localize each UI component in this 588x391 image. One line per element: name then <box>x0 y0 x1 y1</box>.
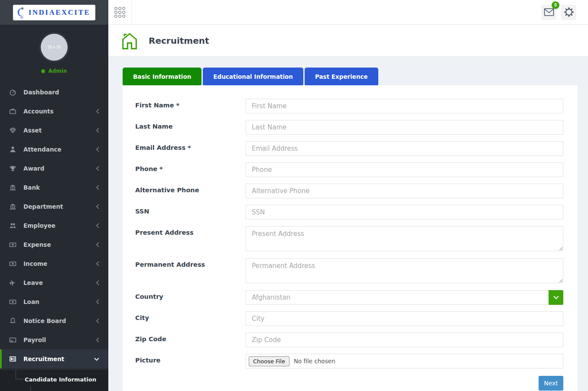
present-address-field[interactable] <box>246 226 563 251</box>
sidebar-item-label: Award <box>23 165 44 172</box>
form-row: Zip Code <box>135 333 563 347</box>
country-select[interactable]: Afghanistan <box>246 290 563 305</box>
main-area: Recruitment Basic InformationEducational… <box>108 25 588 391</box>
sidebar-item-loan[interactable]: Loan <box>0 292 108 311</box>
sidebar-item-label: Notice Board <box>23 317 66 324</box>
chevron-left-icon <box>96 337 100 343</box>
sidebar-item-department[interactable]: Department <box>0 197 108 216</box>
form-panel: First Name *Last NameEmail Address *Phon… <box>123 85 578 391</box>
sidebar-item-label: Asset <box>23 127 42 134</box>
field-label: Phone * <box>135 162 246 177</box>
chevron-left-icon <box>96 108 100 114</box>
app-grid-toggle[interactable] <box>108 0 132 24</box>
messages-button[interactable]: 0 <box>541 5 556 20</box>
tab-educational-information[interactable]: Educational Information <box>203 68 303 85</box>
next-button[interactable]: Next <box>539 376 563 391</box>
tree-line <box>16 379 23 379</box>
sidebar-item-payroll[interactable]: Payroll <box>0 330 108 349</box>
sidebar-item-attendance[interactable]: Attendance <box>0 140 108 159</box>
form-row: Alternative Phone <box>135 184 563 198</box>
form-row: SSN <box>135 205 563 220</box>
field-label: Country <box>135 290 246 305</box>
select-dropdown-button[interactable] <box>549 290 563 305</box>
submenu-item-candidate-information[interactable]: Candidate Information <box>25 376 96 383</box>
sidebar-item-asset[interactable]: Asset <box>0 121 108 140</box>
choose-file-button[interactable]: Choose File <box>249 356 289 366</box>
form-row: Phone * <box>135 162 563 177</box>
email-address-field[interactable] <box>246 141 563 156</box>
permanent-address-field[interactable] <box>246 258 563 283</box>
sidebar-item-employee[interactable]: Employee <box>0 216 108 235</box>
bank-icon <box>9 184 17 191</box>
phone-field[interactable] <box>246 162 563 177</box>
sidebar-item-accounts[interactable]: Accounts <box>0 102 108 121</box>
tab-past-experience[interactable]: Past Experience <box>305 68 378 85</box>
profile-section: 50 x 50 Admin <box>0 25 108 83</box>
form-row: Permanent Address <box>135 258 563 285</box>
sidebar-item-bank[interactable]: Bank <box>0 178 108 197</box>
content: Basic InformationEducational Information… <box>108 57 588 391</box>
field-label: Alternative Phone <box>135 184 246 198</box>
chevron-left-icon <box>96 184 100 191</box>
plane-icon <box>9 279 17 286</box>
grid-icon <box>114 7 125 18</box>
file-status-text: No file chosen <box>294 358 335 365</box>
sidebar-item-label: Dashboard <box>23 89 59 96</box>
money-bill-icon <box>9 260 17 267</box>
last-name-field[interactable] <box>246 120 563 135</box>
sidebar-item-notice-board[interactable]: Notice Board <box>0 311 108 330</box>
sidebar-item-label: Payroll <box>23 336 46 343</box>
chevron-left-icon <box>96 299 100 305</box>
sidebar-item-dashboard[interactable]: Dashboard <box>0 83 108 102</box>
newspaper-icon <box>9 355 17 362</box>
sidebar-menu: DashboardAccountsAssetAttendanceAwardBan… <box>0 83 108 370</box>
tree-line <box>30 386 31 391</box>
field-label: SSN <box>135 205 246 220</box>
sidebar-item-label: Leave <box>23 279 43 286</box>
first-name-field[interactable] <box>246 99 563 113</box>
sidebar-item-expense[interactable]: Expense <box>0 235 108 254</box>
sidebar-item-label: Income <box>23 260 47 267</box>
sidebar-item-award[interactable]: Award <box>0 159 108 178</box>
field-label: First Name * <box>135 99 246 113</box>
sidebar: 50 x 50 Admin DashboardAccountsAssetAtte… <box>0 25 108 391</box>
topbar-spacer <box>132 0 541 24</box>
tab-bar: Basic InformationEducational Information… <box>123 68 578 85</box>
chevron-left-icon <box>96 223 100 229</box>
alternative-phone-field[interactable] <box>246 184 563 198</box>
form-row: PictureChoose FileNo file chosen <box>135 354 563 368</box>
field-label: Permanent Address <box>135 258 246 285</box>
sidebar-item-income[interactable]: Income <box>0 254 108 273</box>
recruitment-submenu: Candidate Information <box>0 370 108 391</box>
chevron-left-icon <box>96 261 100 267</box>
form-row: First Name * <box>135 99 563 113</box>
page-title: Recruitment <box>149 36 209 46</box>
sidebar-item-recruitment[interactable]: Recruitment <box>0 349 108 368</box>
gauge-icon <box>9 89 17 96</box>
selected-value: Afghanistan <box>252 294 290 301</box>
city-field[interactable] <box>246 311 563 326</box>
credit-card-icon <box>9 336 17 343</box>
picture-file-input: Choose FileNo file chosen <box>246 354 563 368</box>
home-icon <box>120 30 140 51</box>
field-label: Present Address <box>135 226 246 253</box>
form-row: City <box>135 311 563 326</box>
online-status-dot <box>41 69 45 73</box>
chevron-left-icon <box>96 146 100 152</box>
sidebar-item-leave[interactable]: Leave <box>0 273 108 292</box>
sidebar-item-label: Loan <box>23 298 39 305</box>
ssn-field[interactable] <box>246 205 563 220</box>
settings-button[interactable] <box>561 5 576 20</box>
topbar: INDIAEXCITE 0 <box>0 0 588 25</box>
zip-code-field[interactable] <box>246 333 563 347</box>
money-bill-icon <box>9 241 17 248</box>
envelope-icon <box>544 8 554 16</box>
field-label: Zip Code <box>135 333 246 347</box>
tree-line <box>16 370 16 379</box>
chevron-left-icon <box>96 204 100 210</box>
tab-basic-information[interactable]: Basic Information <box>123 68 201 85</box>
logo[interactable]: INDIAEXCITE <box>13 5 96 20</box>
chevron-left-icon <box>96 280 100 286</box>
field-label: Picture <box>135 354 246 368</box>
avatar: 50 x 50 <box>41 34 68 61</box>
